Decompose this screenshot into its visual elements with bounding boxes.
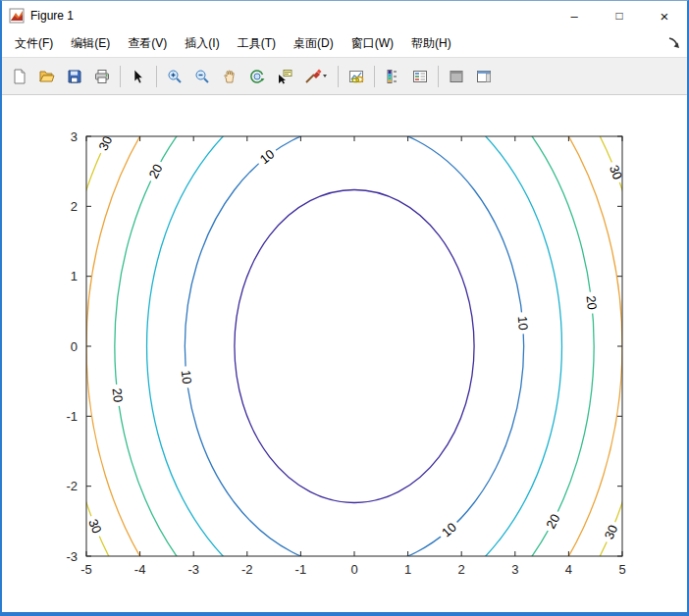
y-tick-label: 2 [71, 199, 78, 214]
menu-file[interactable]: 文件(F) [6, 30, 62, 57]
x-tick-label: 0 [350, 562, 357, 577]
contour-line-10 [185, 125, 523, 567]
menu-view[interactable]: 查看(V) [119, 30, 176, 57]
open-file-button[interactable] [34, 64, 60, 89]
contour-label-group: 30 [94, 130, 117, 156]
x-tick-label: -2 [241, 562, 253, 577]
x-tick-label: 3 [511, 562, 518, 577]
contour-label: 20 [109, 387, 126, 403]
menu-bar: 文件(F) 编辑(E) 查看(V) 插入(I) 工具(T) 桌面(D) 窗口(W… [2, 30, 687, 57]
dock-figure-icon[interactable] [667, 36, 681, 50]
axes-box [86, 136, 622, 556]
print-figure-button[interactable] [89, 64, 115, 89]
dropdown-caret-icon [323, 75, 327, 77]
contour-line-15 [147, 95, 562, 615]
edit-plot-arrow-icon [131, 69, 146, 84]
pan-hand-icon [222, 69, 238, 84]
x-tick-label: -5 [80, 562, 92, 577]
toolbar-separator [120, 66, 121, 87]
brush-data-button[interactable] [299, 64, 333, 89]
contour-label-group: 10 [254, 144, 281, 169]
contour-label: 10 [515, 316, 531, 332]
contour-label-group: 30 [84, 513, 106, 539]
menu-desktop[interactable]: 桌面(D) [285, 30, 343, 57]
print-figure-icon [94, 69, 110, 84]
x-tick-label: 5 [618, 562, 625, 577]
save-figure-icon [67, 69, 82, 84]
menu-window[interactable]: 窗口(W) [343, 30, 402, 57]
insert-legend-icon [412, 69, 428, 84]
y-tick-label: 3 [71, 129, 78, 144]
toolbar-separator [374, 66, 375, 87]
x-tick-label: 2 [458, 562, 465, 577]
toolbar [2, 57, 687, 95]
figure-canvas: 101010102020202030303030-5-4-3-2-1012345… [2, 95, 687, 612]
menu-insert[interactable]: 插入(I) [176, 30, 228, 57]
insert-legend-button[interactable] [407, 64, 433, 89]
menu-help[interactable]: 帮助(H) [402, 30, 460, 57]
x-tick-label: 4 [565, 562, 572, 577]
zoom-in-icon [167, 69, 183, 84]
hide-plot-tools-icon [449, 69, 464, 84]
data-cursor-icon [277, 69, 292, 84]
figure-window: Figure 1 – □ × 文件(F) 编辑(E) 查看(V) 插入(I) 工… [0, 0, 689, 616]
y-tick-label: 0 [71, 339, 78, 354]
contour-line-20 [115, 95, 594, 615]
contour-line-5 [235, 189, 474, 502]
x-tick-label: -3 [187, 562, 199, 577]
title-bar: Figure 1 – □ × [2, 1, 687, 30]
y-tick-label: -2 [66, 479, 78, 493]
y-tick-label: -1 [66, 409, 78, 424]
contour-label-group: 10 [178, 366, 194, 388]
link-plot-icon [348, 69, 364, 84]
contour-label-group: 20 [583, 291, 600, 314]
toolbar-separator [338, 66, 339, 87]
contour-label-group: 10 [514, 312, 531, 334]
figure-icon [9, 8, 25, 24]
zoom-out-icon [194, 69, 210, 84]
window-controls: – □ × [552, 1, 687, 30]
x-tick-label: 1 [404, 562, 411, 577]
hide-plot-tools-button[interactable] [444, 64, 469, 89]
contour-label-group: 30 [606, 160, 627, 185]
show-plot-tools-icon [476, 69, 492, 84]
y-tick-label: 1 [71, 269, 78, 283]
maximize-button[interactable]: □ [597, 1, 642, 30]
x-tick-label: -4 [134, 562, 146, 577]
menu-tools[interactable]: 工具(T) [229, 30, 285, 57]
contour-label-group: 20 [542, 508, 564, 534]
contour-label-group: 20 [144, 158, 167, 183]
x-tick-label: -1 [295, 562, 307, 577]
open-file-icon [39, 69, 55, 84]
menu-edit[interactable]: 编辑(E) [62, 30, 119, 57]
link-plot-button[interactable] [344, 64, 369, 89]
contour-plot-axes[interactable]: 101010102020202030303030-5-4-3-2-1012345… [2, 95, 687, 615]
rotate-3d-icon [249, 69, 265, 84]
edit-plot-button[interactable] [126, 64, 151, 89]
zoom-out-button[interactable] [189, 64, 215, 89]
close-button[interactable]: × [642, 1, 687, 30]
save-figure-button[interactable] [62, 64, 87, 89]
contour-line-25 [86, 95, 622, 615]
y-tick-label: -3 [66, 549, 78, 564]
contour-label: 10 [179, 369, 194, 385]
window-title: Figure 1 [30, 9, 74, 23]
insert-colorbar-icon [385, 69, 400, 84]
zoom-in-button[interactable] [162, 64, 187, 89]
show-plot-tools-button[interactable] [471, 64, 497, 89]
insert-colorbar-button[interactable] [380, 64, 405, 89]
contour-label-group: 20 [109, 384, 127, 407]
minimize-button[interactable]: – [552, 1, 597, 30]
contour-label-group: 30 [600, 519, 621, 544]
rotate-3d-button[interactable] [244, 64, 270, 89]
data-cursor-button[interactable] [272, 64, 297, 89]
toolbar-separator [156, 66, 157, 87]
pan-button[interactable] [217, 64, 242, 89]
new-figure-button[interactable] [7, 64, 32, 89]
brush-data-icon [304, 69, 328, 84]
contour-label: 20 [584, 295, 600, 311]
new-figure-icon [12, 69, 27, 84]
toolbar-separator [438, 66, 439, 87]
